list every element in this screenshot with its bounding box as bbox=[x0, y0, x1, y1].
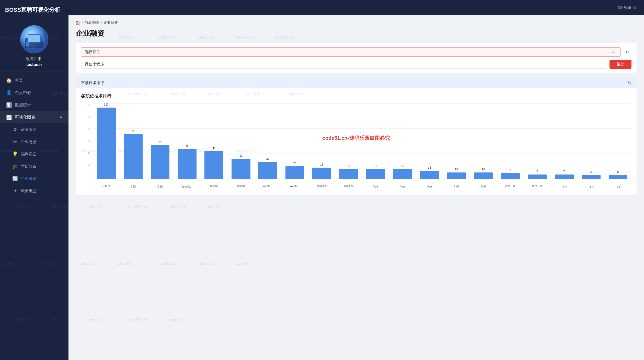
welcome-text: 欢迎回来, bbox=[26, 56, 42, 61]
company-icon: ✏ bbox=[12, 139, 18, 145]
bar-rect[interactable]: 7 bbox=[528, 175, 547, 179]
bar-rect[interactable]: 16 bbox=[393, 169, 412, 179]
topbar: 退出登录 ⎋ bbox=[68, 0, 644, 15]
chevron-down-icon: ∨ bbox=[60, 115, 62, 119]
bar-rect[interactable]: 16 bbox=[339, 169, 358, 179]
logout-icon: ⎋ bbox=[633, 5, 636, 10]
bar-rect[interactable]: 10 bbox=[447, 172, 466, 179]
bar-rect[interactable]: 44 bbox=[204, 151, 223, 179]
position-select[interactable]: 选择职位 ⌄ bbox=[81, 47, 620, 57]
bar-col: 113小程序 bbox=[93, 103, 120, 179]
sidebar-item-stats[interactable]: 📊 数据统计 › bbox=[0, 99, 68, 111]
bar-rect[interactable]: 9 bbox=[501, 173, 520, 179]
bar-rect[interactable]: 16 bbox=[366, 169, 385, 179]
breadcrumb: 🏠 可视化图表 / 企业融资 bbox=[76, 20, 637, 25]
bar-rect[interactable]: 13 bbox=[420, 171, 439, 179]
sidebar: BOSS直聘可视化分析 bbox=[0, 0, 68, 360]
city-icon: ✈ bbox=[12, 188, 18, 194]
bar-col: 32移动端 bbox=[227, 103, 254, 179]
home-icon: 🏠 bbox=[6, 78, 12, 83]
stats-icon: 📊 bbox=[6, 102, 12, 108]
bar-col: 48JavaSc... bbox=[174, 103, 200, 179]
bar-rect[interactable]: 27 bbox=[258, 162, 277, 179]
chevron-down-icon-tag: ⌄ bbox=[599, 62, 603, 67]
sidebar-item-city[interactable]: ✈ 城市类型 bbox=[0, 185, 68, 197]
filter-row-1: 选择职位 ⌄ ↻ bbox=[81, 47, 631, 57]
bar-rect[interactable]: 32 bbox=[232, 159, 250, 179]
submit-button[interactable]: 搜交 bbox=[610, 60, 631, 69]
bar-col: 16Vue bbox=[362, 103, 389, 179]
bar-rect[interactable]: 6 bbox=[582, 175, 601, 179]
chart-body: 各职位技术排行 code51.cn-源码乐园盗图必究 0204060801001… bbox=[76, 88, 637, 195]
bar-col: 10PHP bbox=[470, 103, 497, 179]
bar-rect[interactable]: 10 bbox=[474, 172, 493, 179]
main-content: 退出登录 ⎋ 🏠 可视化图表 / 企业融资 企业融资 选择职位 ⌄ ↻ bbox=[68, 0, 644, 360]
sidebar-nav: 🏠 首页 👤 个人中心 › 📊 数据统计 › 📈 可视化图表 ∨ ⚙ 薪资情况 … bbox=[0, 72, 68, 200]
logout-button[interactable]: 退出登录 ⎋ bbox=[616, 5, 636, 10]
svg-rect-3 bbox=[28, 35, 40, 42]
tag-select[interactable]: 微信小程序 ⌄ bbox=[81, 60, 606, 69]
svg-rect-5 bbox=[30, 48, 39, 48]
bar-col: 16前端开发 bbox=[335, 103, 362, 179]
bar-rect[interactable]: 18 bbox=[312, 168, 331, 179]
bar-col: 27Web应... bbox=[254, 103, 281, 179]
logout-label: 退出登录 bbox=[616, 5, 631, 10]
education-icon: 🎓 bbox=[12, 164, 18, 169]
funding-icon: 🔄 bbox=[12, 176, 18, 181]
chart-tab-title: 市场技术排行 bbox=[81, 80, 104, 85]
bar-rect[interactable]: 54 bbox=[151, 145, 170, 179]
breadcrumb-current: 企业融资 bbox=[103, 20, 118, 25]
sidebar-item-home[interactable]: 🏠 首页 bbox=[0, 74, 68, 87]
bar-col: 6html bbox=[578, 103, 604, 179]
salary-icon: ⚙ bbox=[12, 127, 18, 132]
svg-point-7 bbox=[41, 38, 45, 42]
bar-rect[interactable]: 7 bbox=[555, 175, 574, 179]
bar-col: 16Vue bbox=[389, 103, 416, 179]
bar-rect[interactable]: 71 bbox=[124, 134, 143, 179]
sidebar-item-welfare[interactable]: 💡 福利词云 bbox=[0, 148, 68, 160]
bar-rect[interactable]: 48 bbox=[178, 149, 197, 179]
charts-submenu: ⚙ 薪资情况 ✏ 企业情况 💡 福利词云 🎓 学历分布 🔄 企业融资 ✈ 城市 bbox=[0, 123, 68, 197]
bar-rect[interactable]: 20 bbox=[285, 166, 304, 179]
user-avatar-section: 欢迎回来, testuser bbox=[0, 19, 68, 72]
content-area: 🏠 可视化图表 / 企业融资 企业融资 选择职位 ⌄ ↻ 微信小程序 ⌄ 搜交 bbox=[68, 15, 644, 360]
bar-chart: 020406080100120113小程序71CSS54CSS48JavaSc.… bbox=[81, 103, 631, 190]
bar-col: 7程序开发 bbox=[524, 103, 551, 179]
breadcrumb-home-link[interactable]: 可视化图表 bbox=[82, 20, 99, 25]
sidebar-item-charts[interactable]: 📈 可视化图表 ∨ bbox=[0, 111, 68, 123]
bar-col: 18前端开发 bbox=[308, 103, 335, 179]
chart-card: 市场技术排行 ↻ 各职位技术排行 code51.cn-源码乐园盗图必究 0204… bbox=[76, 77, 637, 195]
page-title: 企业融资 bbox=[76, 29, 637, 38]
bar-rect[interactable]: 113 bbox=[97, 108, 116, 179]
sidebar-item-salary[interactable]: ⚙ 薪资情况 bbox=[0, 123, 68, 136]
sidebar-item-company[interactable]: ✏ 企业情况 bbox=[0, 136, 68, 148]
bar-col: 10PHP bbox=[443, 103, 470, 179]
breadcrumb-home-icon: 🏠 bbox=[76, 21, 80, 25]
sidebar-item-education[interactable]: 🎓 学历分布 bbox=[0, 160, 68, 172]
chart-title: 各职位技术排行 bbox=[81, 93, 631, 99]
refresh-icon[interactable]: ↻ bbox=[624, 48, 631, 56]
welfare-icon: 💡 bbox=[12, 151, 18, 157]
bar-rect[interactable]: 6 bbox=[609, 175, 628, 179]
bar-col: 7html bbox=[551, 103, 578, 179]
filter-row-2: 微信小程序 ⌄ 搜交 bbox=[81, 60, 631, 69]
username-label: testuser bbox=[26, 62, 42, 67]
bar-col: 54CSS bbox=[147, 103, 174, 179]
chart-card-header: 市场技术排行 ↻ bbox=[76, 77, 637, 88]
chart-refresh-icon[interactable]: ↻ bbox=[628, 80, 631, 86]
sidebar-item-funding[interactable]: 🔄 企业融资 bbox=[0, 172, 68, 185]
bar-col: 13Vue bbox=[416, 103, 443, 179]
svg-rect-6 bbox=[26, 42, 29, 47]
app-title: BOSS直聘可视化分析 bbox=[0, 0, 68, 19]
chevron-right-icon: › bbox=[61, 91, 62, 95]
bar-col: 9程序开发 bbox=[497, 103, 524, 179]
bar-col: 71CSS bbox=[120, 103, 146, 179]
bar-col: 20Web应... bbox=[281, 103, 308, 179]
chart-icon: 📈 bbox=[6, 114, 12, 120]
breadcrumb-separator: / bbox=[101, 21, 102, 25]
chevron-down-icon-filter: ⌄ bbox=[611, 50, 615, 54]
avatar bbox=[20, 25, 48, 53]
tag-label: 微信小程序 bbox=[85, 62, 599, 67]
chevron-right-icon-stats: › bbox=[61, 103, 62, 107]
sidebar-item-profile[interactable]: 👤 个人中心 › bbox=[0, 87, 68, 99]
